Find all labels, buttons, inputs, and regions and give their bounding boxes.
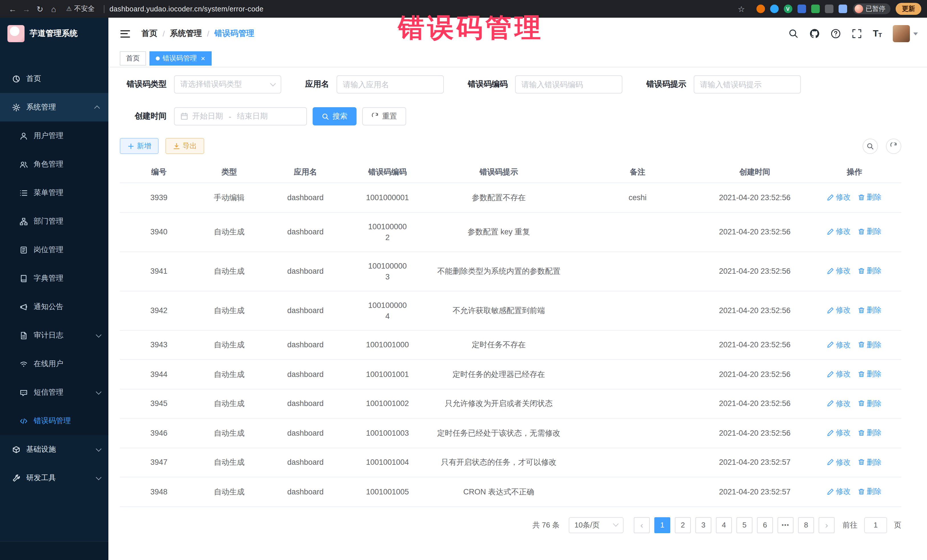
sidebar-item-dict[interactable]: 字典管理: [0, 264, 108, 293]
delete-link[interactable]: 删除: [858, 398, 881, 408]
page-button-5[interactable]: 5: [737, 517, 752, 533]
more-pages-button[interactable]: •••: [778, 517, 793, 533]
active-dot-icon: [156, 56, 160, 60]
app-name-input[interactable]: [337, 75, 444, 94]
page-button-1[interactable]: 1: [654, 517, 670, 533]
edit-link[interactable]: 修改: [827, 191, 851, 202]
error-msg-input[interactable]: [694, 75, 801, 94]
sidebar-item-sms[interactable]: 短信管理: [0, 378, 108, 407]
address-bar-url[interactable]: dashboard.yudao.iocoder.cn/system/error-…: [109, 5, 264, 13]
sidebar-item-label: 用户管理: [33, 131, 63, 141]
menu-fold-icon[interactable]: [120, 30, 130, 37]
extension-icon-blue-drop[interactable]: [770, 5, 778, 13]
prev-page-button[interactable]: ‹: [634, 517, 650, 533]
reset-button[interactable]: 重置: [362, 107, 406, 126]
page-button-8[interactable]: 8: [798, 517, 814, 533]
breadcrumb-system[interactable]: 系统管理: [170, 29, 202, 39]
cell-app: dashboard: [260, 448, 350, 477]
fullscreen-icon[interactable]: [852, 29, 862, 39]
refresh-table-button[interactable]: [886, 138, 901, 154]
delete-link[interactable]: 删除: [858, 191, 881, 202]
delete-link[interactable]: 删除: [858, 369, 881, 379]
cell-msg: 只有开启状态的任务，才可以修改: [425, 448, 573, 477]
edit-link[interactable]: 修改: [827, 457, 851, 467]
github-icon[interactable]: [810, 29, 820, 39]
filter-row-2: 创建时间 开始日期 - 结束日期 搜索 重置: [120, 107, 901, 126]
page-button-2[interactable]: 2: [675, 517, 691, 533]
delete-link[interactable]: 删除: [858, 226, 881, 237]
extension-icon-blue-grid[interactable]: [797, 5, 806, 13]
edit-link[interactable]: 修改: [827, 226, 851, 237]
sidebar-item-post[interactable]: 岗位管理: [0, 235, 108, 264]
column-header: 错误码提示: [425, 162, 573, 183]
sidebar-item-notice[interactable]: 通知公告: [0, 293, 108, 321]
search-button[interactable]: 搜索: [313, 107, 357, 126]
edit-link[interactable]: 修改: [827, 339, 851, 350]
delete-link[interactable]: 删除: [858, 457, 881, 467]
sidebar-item-label: 系统管理: [26, 102, 56, 112]
breadcrumb-home[interactable]: 首页: [141, 29, 158, 39]
extension-icon-dark[interactable]: [825, 5, 833, 13]
sidebar-item-role[interactable]: 角色管理: [0, 150, 108, 179]
sidebar-item-dept[interactable]: 部门管理: [0, 207, 108, 235]
sidebar-item-tools[interactable]: 研发工具: [0, 464, 108, 492]
forward-icon[interactable]: →: [20, 4, 33, 14]
sidebar-collapse-bar[interactable]: [0, 541, 108, 560]
page-button-3[interactable]: 3: [695, 517, 711, 533]
reload-icon[interactable]: ↻: [33, 4, 47, 14]
help-icon[interactable]: [831, 29, 841, 39]
font-size-icon[interactable]: TT: [873, 29, 882, 38]
tab-error-code[interactable]: 错误码管理 ×: [149, 51, 211, 65]
edit-label: 修改: [836, 226, 851, 237]
extension-icon-green[interactable]: [811, 5, 819, 13]
delete-link[interactable]: 删除: [858, 486, 881, 497]
close-icon[interactable]: ×: [201, 55, 205, 62]
bookmark-star-icon[interactable]: ☆: [734, 4, 748, 14]
edit-link[interactable]: 修改: [827, 305, 851, 316]
edit-link[interactable]: 修改: [827, 427, 851, 438]
logo[interactable]: 芋道管理系统: [0, 18, 108, 50]
sidebar-item-audit[interactable]: 审计日志: [0, 321, 108, 349]
sidebar-item-system[interactable]: 系统管理: [0, 93, 108, 121]
sidebar-item-infra[interactable]: 基础设施: [0, 435, 108, 464]
extension-icon-green-v[interactable]: V: [784, 5, 792, 13]
end-date-placeholder: 结束日期: [237, 111, 268, 121]
sidebar-item-online[interactable]: 在线用户: [0, 349, 108, 378]
table-tools: [863, 138, 901, 154]
page-button-4[interactable]: 4: [716, 517, 732, 533]
delete-link[interactable]: 删除: [858, 266, 881, 276]
edit-link[interactable]: 修改: [827, 266, 851, 276]
extension-icon-red-dot[interactable]: [756, 5, 765, 13]
toggle-search-button[interactable]: [863, 138, 878, 154]
next-page-button[interactable]: ›: [819, 517, 834, 533]
delete-link[interactable]: 删除: [858, 305, 881, 316]
page-size-select[interactable]: 10条/页: [569, 517, 623, 533]
user-menu[interactable]: [893, 25, 918, 42]
sidebar-item-home[interactable]: 首页: [0, 64, 108, 93]
goto-page-input[interactable]: [864, 517, 887, 533]
sidebar-item-label: 部门管理: [33, 216, 63, 226]
delete-link[interactable]: 删除: [858, 427, 881, 438]
page-button-6[interactable]: 6: [757, 517, 773, 533]
back-icon[interactable]: ←: [6, 4, 20, 14]
edit-link[interactable]: 修改: [827, 369, 851, 379]
export-button[interactable]: 导出: [166, 138, 204, 154]
sidebar-item-menu[interactable]: 菜单管理: [0, 179, 108, 207]
sidebar-item-errcode[interactable]: 错误码管理: [0, 407, 108, 435]
date-range-picker[interactable]: 开始日期 - 结束日期: [174, 107, 307, 126]
browser-home-icon[interactable]: ⌂: [47, 4, 61, 14]
sidebar-item-user[interactable]: 用户管理: [0, 121, 108, 150]
edit-link[interactable]: 修改: [827, 398, 851, 408]
search-icon[interactable]: [789, 29, 799, 39]
error-code-input[interactable]: [515, 75, 622, 94]
chrome-update-button[interactable]: 更新: [896, 3, 921, 15]
extension-icon-puzzle[interactable]: [838, 5, 847, 13]
delete-link[interactable]: 删除: [858, 339, 881, 350]
profile-paused-badge[interactable]: 已暂停: [853, 3, 891, 14]
edit-link[interactable]: 修改: [827, 486, 851, 497]
error-type-select[interactable]: 请选择错误码类型: [174, 75, 281, 94]
tab-home[interactable]: 首页: [120, 51, 146, 65]
cell-msg: 定时任务的处理器已经存在: [425, 360, 573, 389]
add-button[interactable]: 新增: [120, 138, 159, 154]
security-label[interactable]: 不安全: [74, 4, 95, 14]
